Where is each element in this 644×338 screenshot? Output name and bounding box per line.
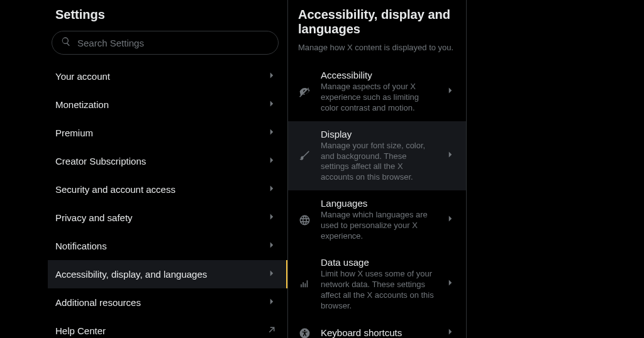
- chevron-right-icon: [445, 326, 456, 338]
- sidebar-item-4[interactable]: Security and account access: [48, 175, 287, 204]
- settings-title: Settings: [48, 0, 287, 28]
- search-icon: [61, 36, 77, 49]
- option-desc: Manage which languages are used to perso…: [321, 210, 435, 242]
- sidebar-item-7[interactable]: Accessibility, display, and languages: [48, 260, 287, 288]
- external-link-icon: [266, 324, 277, 337]
- option-desc: Manage your font size, color, and backgr…: [321, 141, 435, 183]
- sidebar-item-label: Accessibility, display, and languages: [55, 269, 207, 280]
- sidebar-item-5[interactable]: Privacy and safety: [48, 204, 287, 232]
- settings-sidebar: Settings Your accountMonetizationPremium…: [48, 0, 288, 338]
- sidebar-item-label: Help Center: [55, 325, 106, 336]
- search-box[interactable]: [52, 31, 279, 55]
- option-body: Keyboard shortcuts: [321, 327, 435, 338]
- sidebar-item-6[interactable]: Notifications: [48, 232, 287, 260]
- sidebar-item-label: Additional resources: [55, 297, 141, 308]
- eye-off-icon: [298, 85, 311, 98]
- sidebar-item-1[interactable]: Monetization: [48, 90, 287, 119]
- globe-icon: [298, 214, 311, 226]
- option-row-2[interactable]: LanguagesManage which languages are used…: [288, 190, 466, 249]
- option-body: LanguagesManage which languages are used…: [321, 198, 435, 242]
- option-row-1[interactable]: DisplayManage your font size, color, and…: [288, 121, 466, 191]
- option-row-4[interactable]: Keyboard shortcuts: [288, 319, 466, 338]
- chevron-right-icon: [445, 277, 456, 291]
- option-title: Keyboard shortcuts: [321, 327, 435, 338]
- option-desc: Limit how X uses some of your network da…: [321, 269, 435, 312]
- sidebar-item-label: Premium: [55, 128, 93, 138]
- bars-icon: [298, 278, 311, 290]
- sidebar-item-label: Your account: [55, 71, 110, 82]
- chevron-right-icon: [445, 213, 456, 227]
- chevron-right-icon: [266, 268, 277, 281]
- sidebar-item-label: Privacy and safety: [55, 212, 133, 223]
- sidebar-item-0[interactable]: Your account: [48, 62, 287, 90]
- option-body: AccessibilityManage aspects of your X ex…: [321, 70, 435, 114]
- chevron-right-icon: [266, 239, 277, 253]
- sidebar-item-8[interactable]: Additional resources: [48, 288, 287, 317]
- option-title: Languages: [321, 198, 435, 209]
- chevron-right-icon: [445, 149, 456, 163]
- option-row-3[interactable]: Data usageLimit how X uses some of your …: [288, 249, 466, 319]
- search-input[interactable]: [77, 38, 269, 48]
- sidebar-item-label: Creator Subscriptions: [55, 156, 146, 166]
- sidebar-item-3[interactable]: Creator Subscriptions: [48, 147, 287, 175]
- option-title: Display: [321, 129, 435, 139]
- chevron-right-icon: [266, 155, 277, 168]
- sidebar-item-label: Monetization: [55, 99, 109, 110]
- chevron-right-icon: [266, 126, 277, 139]
- option-body: DisplayManage your font size, color, and…: [321, 129, 435, 183]
- settings-detail-panel: Accessibility, display and languages Man…: [288, 0, 467, 338]
- chevron-right-icon: [266, 70, 277, 83]
- chevron-right-icon: [266, 183, 277, 196]
- sidebar-item-2[interactable]: Premium: [48, 119, 287, 147]
- detail-title: Accessibility, display and languages: [288, 0, 466, 43]
- chevron-right-icon: [266, 98, 277, 111]
- option-row-0[interactable]: AccessibilityManage aspects of your X ex…: [288, 62, 466, 121]
- chevron-right-icon: [266, 296, 277, 309]
- brush-icon: [298, 150, 311, 162]
- option-title: Accessibility: [321, 70, 435, 80]
- option-desc: Manage aspects of your X experience such…: [321, 82, 435, 114]
- accessibility-icon: [298, 327, 311, 338]
- sidebar-item-label: Notifications: [55, 241, 107, 251]
- detail-subtitle: Manage how X content is displayed to you…: [288, 43, 466, 62]
- sidebar-item-9[interactable]: Help Center: [48, 317, 287, 338]
- chevron-right-icon: [266, 211, 277, 224]
- option-title: Data usage: [321, 257, 435, 268]
- chevron-right-icon: [445, 85, 456, 99]
- option-body: Data usageLimit how X uses some of your …: [321, 257, 435, 312]
- sidebar-item-label: Security and account access: [55, 184, 175, 195]
